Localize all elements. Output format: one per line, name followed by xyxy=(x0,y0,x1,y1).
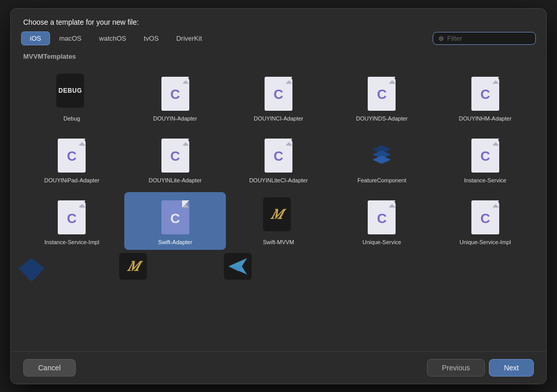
item-label: DOUYINCI-Adapter xyxy=(254,115,303,122)
item-label: Unique-Service xyxy=(363,238,401,246)
dialog-footer: Cancel Previous Next xyxy=(11,351,546,384)
file-page: C xyxy=(471,200,499,234)
file-page: C xyxy=(161,77,189,111)
file-page: C xyxy=(368,200,396,234)
list-item[interactable]: C Instance-Service-Impl xyxy=(21,192,122,250)
file-page: C xyxy=(58,200,86,234)
list-item[interactable]: C DOUYINiPad-Adapter xyxy=(21,130,122,188)
file-letter: C xyxy=(377,211,387,227)
diamond-svg xyxy=(18,257,45,283)
c-file-icon: C xyxy=(470,135,501,173)
mvvm-icon: 𝑀 xyxy=(263,197,291,231)
layers-icon xyxy=(366,135,397,173)
list-item[interactable]: C DOUYINLiteCI-Adapter xyxy=(228,130,329,188)
list-item[interactable]: C Swift-Adapter xyxy=(124,192,225,250)
list-item[interactable]: DEBUG Debug xyxy=(21,69,122,126)
previous-button[interactable]: Previous xyxy=(427,359,485,377)
list-item[interactable]: C DOUYINCI-Adapter xyxy=(228,69,329,126)
list-item[interactable] xyxy=(228,250,248,293)
list-item[interactable]: C DOUYINLite-Adapter xyxy=(124,130,225,188)
debug-icon: DEBUG xyxy=(56,74,84,108)
list-item[interactable]: C DOUYIN-Adapter xyxy=(124,69,225,126)
list-item[interactable]: FeatureComponent xyxy=(331,130,432,188)
tab-tvos[interactable]: tvOS xyxy=(136,31,167,45)
dialog-title-text: Choose a template for your new file: xyxy=(23,18,139,26)
cancel-button[interactable]: Cancel xyxy=(23,359,76,377)
file-letter: C xyxy=(274,148,284,164)
item-label: Unique-Service-Impl xyxy=(460,238,511,246)
item-label: DOUYINDS-Adapter xyxy=(356,115,407,122)
list-item[interactable]: 𝑀 xyxy=(124,250,144,293)
tab-bar: iOS macOS watchOS tvOS DriverKit ⊛ xyxy=(11,31,546,50)
item-label: Debug xyxy=(63,115,80,122)
item-label: DOUYINHM-Adapter xyxy=(459,115,512,122)
file-letter: C xyxy=(170,87,180,103)
template-grid-area[interactable]: DEBUG Debug C DOUYIN-Adapter C xyxy=(11,64,546,351)
file-letter: C xyxy=(170,211,180,227)
c-file-icon: C xyxy=(263,74,294,111)
item-label: DOUYIN-Adapter xyxy=(153,115,197,122)
list-item[interactable] xyxy=(21,250,41,293)
plane-svg xyxy=(227,257,248,276)
mvvm-file-icon: 𝑀 xyxy=(263,197,294,234)
list-item[interactable]: C DOUYINHM-Adapter xyxy=(435,69,536,126)
file-letter: C xyxy=(480,87,490,103)
template-dialog: Choose a template for your new file: iOS… xyxy=(10,8,547,384)
item-label: Instance-Service xyxy=(464,177,506,184)
file-page: C xyxy=(161,139,189,173)
plane-icon xyxy=(224,253,252,280)
file-page-selected: C xyxy=(161,200,189,234)
mvvm-icon-2: 𝑀 xyxy=(119,253,147,280)
file-letter: C xyxy=(170,148,180,164)
c-file-icon: C xyxy=(160,135,191,173)
item-label: Swift-MVVM xyxy=(263,238,294,246)
tab-ios[interactable]: iOS xyxy=(21,31,50,45)
c-file-icon: C xyxy=(470,197,501,234)
file-letter: C xyxy=(67,148,77,164)
footer-right: Previous Next xyxy=(427,359,534,377)
filter-box: ⊛ xyxy=(433,32,536,45)
item-label: DOUYINLite-Adapter xyxy=(149,177,202,184)
list-item[interactable]: C Unique-Service-Impl xyxy=(435,192,536,250)
file-page: C xyxy=(368,77,396,111)
file-page: C xyxy=(265,77,292,111)
filter-icon: ⊛ xyxy=(438,35,444,42)
svg-marker-2 xyxy=(372,156,391,164)
dialog-title: Choose a template for your new file: xyxy=(11,9,546,31)
section-label-text: MVVMTemplates xyxy=(23,53,76,60)
file-letter: C xyxy=(377,87,387,103)
list-item[interactable]: C Unique-Service xyxy=(331,192,432,250)
debug-file-icon: DEBUG xyxy=(56,74,87,111)
layers-svg xyxy=(368,137,396,171)
file-letter: C xyxy=(480,211,490,227)
file-letter: C xyxy=(480,148,490,164)
list-item[interactable]: C Instance-Service xyxy=(435,130,536,188)
file-page: C xyxy=(265,139,292,173)
c-file-icon: C xyxy=(160,74,191,111)
file-page: C xyxy=(471,139,499,173)
template-grid: DEBUG Debug C DOUYIN-Adapter C xyxy=(21,69,536,250)
file-page: C xyxy=(471,77,499,111)
list-item[interactable]: 𝑀 Swift-MVVM xyxy=(228,192,329,250)
tab-macos[interactable]: macOS xyxy=(51,31,90,45)
c-file-icon-selected: C xyxy=(160,197,191,234)
svg-marker-3 xyxy=(19,258,44,282)
file-letter: C xyxy=(274,87,284,103)
item-label: Swift-Adapter xyxy=(158,238,192,246)
list-item[interactable]: C DOUYINDS-Adapter xyxy=(331,69,432,126)
mvvm-file-icon-2: 𝑀 xyxy=(119,253,150,290)
item-label: DOUYINiPad-Adapter xyxy=(44,177,100,184)
filter-input[interactable] xyxy=(447,35,530,42)
tab-group: iOS macOS watchOS tvOS DriverKit xyxy=(21,31,210,45)
item-label: FeatureComponent xyxy=(357,177,406,184)
c-file-icon: C xyxy=(56,197,87,234)
next-button[interactable]: Next xyxy=(489,359,534,377)
file-letter: C xyxy=(67,211,77,227)
tab-driverkit[interactable]: DriverKit xyxy=(168,31,210,45)
tab-watchos[interactable]: watchOS xyxy=(91,31,135,45)
c-file-icon: C xyxy=(56,135,87,173)
c-file-icon: C xyxy=(366,197,397,234)
c-file-icon: C xyxy=(263,135,294,173)
section-label: MVVMTemplates xyxy=(11,50,546,64)
c-file-icon: C xyxy=(366,74,397,111)
